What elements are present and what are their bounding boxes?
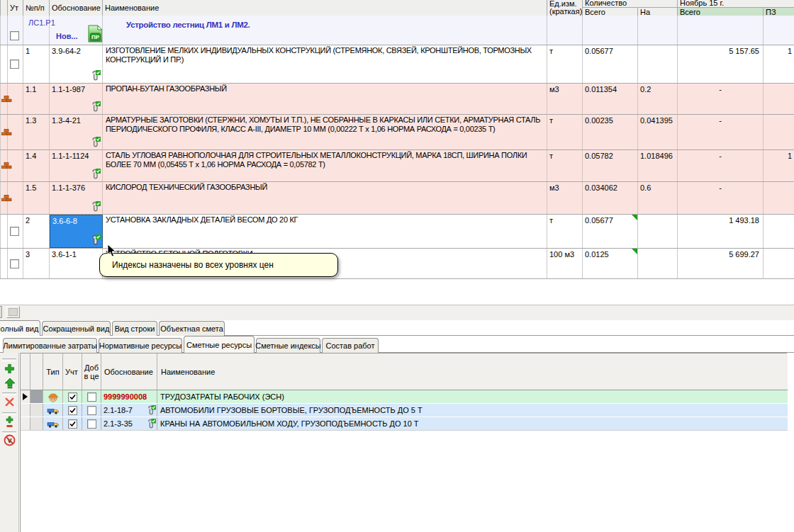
paperclip-check-icon[interactable] <box>90 168 101 180</box>
resource-code: 2.1-3-35 <box>104 419 133 428</box>
no-v-icon[interactable]: V <box>4 434 16 446</box>
material-name[interactable]: КИСЛОРОД ТЕХНИЧЕСКИЙ ГАЗООБРАЗНЫЙ <box>103 182 547 214</box>
table-row-material[interactable]: 1.4 1.1-1-1124 СТАЛЬ УГЛОВАЯ РАВНОПОЛОЧН… <box>0 150 794 182</box>
resource-name[interactable]: ТРУДОЗАТРАТЫ РАБОЧИХ (ЭСН) <box>157 390 788 403</box>
header-add-to-price: Доб в це <box>82 353 101 390</box>
panel-small-button[interactable] <box>6 306 20 318</box>
paperclip-check-icon[interactable] <box>146 418 156 429</box>
delete-icon[interactable] <box>4 396 16 408</box>
resource-code: 9999990008 <box>104 392 147 401</box>
material-name[interactable]: ПРОПАН-БУТАН ГАЗООБРАЗНЫЙ <box>103 84 547 114</box>
justification-cell[interactable]: 1.3-4-21 <box>50 115 103 149</box>
material-name[interactable]: СТАЛЬ УГЛОВАЯ РАВНОПОЛОЧНАЯ ДЛЯ СТРОИТЕЛ… <box>103 150 547 181</box>
bottom-panel-toolbar <box>0 305 794 320</box>
resource-code: 2.1-18-7 <box>104 406 133 414</box>
header-indicator <box>0 0 8 16</box>
justification-cell[interactable]: 1.1-1-376 <box>50 182 103 214</box>
truck-icon <box>47 406 60 415</box>
resources-grid: Тип Учт Доб в це Обоснование Наименовани… <box>20 353 787 532</box>
paperclip-check-icon[interactable] <box>90 234 101 246</box>
table-row-material[interactable]: 1.1 1.1-1-987 ПРОПАН-БУТАН ГАЗООБРАЗНЫЙ … <box>0 84 794 115</box>
header-obosn: Обоснование <box>101 353 157 390</box>
resource-name[interactable]: АВТОМОБИЛИ ГРУЗОВЫЕ БОРТОВЫЕ, ГРУЗОПОДЪЕ… <box>157 404 788 417</box>
justification-cell[interactable]: 3.9-64-2 <box>50 45 103 83</box>
splitter-handle[interactable] <box>0 306 2 318</box>
table-row-material[interactable]: 1.3 1.3-4-21 АРМАТУРНЫЕ ЗАГОТОВКИ (СТЕРЖ… <box>0 115 794 150</box>
index-tooltip: Индексы назначены во всех уровнях цен <box>99 253 338 277</box>
justification-cell[interactable]: 1.1-1-987 <box>50 84 103 114</box>
pr-document-icon: ПР <box>87 24 103 43</box>
tab-normative-resources[interactable]: Нормативные ресурсы <box>99 338 182 353</box>
header-quantity-group: Количество <box>583 0 678 7</box>
table-row-material[interactable]: 1.5 1.1-1-376 КИСЛОРОД ТЕХНИЧЕСКИЙ ГАЗОО… <box>0 182 794 215</box>
bricks-icon <box>1 194 12 202</box>
header-name: Наименование <box>103 0 547 16</box>
add-to-price-checkbox[interactable] <box>87 392 96 402</box>
bricks-icon <box>1 95 12 103</box>
tab-row-view[interactable]: Вид строки <box>112 321 157 336</box>
justification-cell-selected[interactable]: 3.6-6-8 <box>50 215 103 248</box>
tab-object-estimate[interactable]: Объектная смета <box>159 321 225 336</box>
resource-toolbar: V <box>0 353 19 532</box>
tab-estimate-resources[interactable]: Сметные ресурсы <box>184 336 255 353</box>
justification-cell[interactable]: 1.1-1-1124 <box>50 150 103 181</box>
header-qty-total: Всего <box>583 7 638 16</box>
row-indicator <box>21 390 30 403</box>
move-up-icon[interactable] <box>4 377 16 389</box>
current-row-arrow-icon <box>23 393 28 400</box>
tab-full-view[interactable]: Полный вид <box>0 320 40 336</box>
table-row[interactable]: 2 3.6-6-8 УСТАНОВКА ЗАКЛАДНЫХ ДЕТАЛЕЙ ВЕ… <box>0 215 794 249</box>
tab-limited-costs[interactable]: Лимитированные затраты <box>3 338 97 353</box>
truck-icon <box>47 419 60 429</box>
paperclip-check-icon[interactable] <box>90 200 101 213</box>
material-name[interactable]: АРМАТУРНЫЕ ЗАГОТОВКИ (СТЕРЖНИ, ХОМУТЫ И … <box>103 115 547 149</box>
bricks-icon <box>1 128 12 136</box>
paperclip-check-icon[interactable] <box>90 136 101 148</box>
resource-row-labor[interactable]: 9999990008 ТРУДОЗАТРАТЫ РАБОЧИХ (ЭСН) <box>21 390 788 404</box>
resource-row-machine[interactable]: 2.1-3-35 КРАНЫ НА АВТОМОБИЛЬНОМ ХОДУ, ГР… <box>21 417 788 431</box>
estimate-app-window: Ут №п/п Обоснование Наименование Ед.изм.… <box>0 0 794 532</box>
work-name[interactable]: УСТАНОВКА ЗАКЛАДНЫХ ДЕТАЛЕЙ ВЕСОМ ДО 20 … <box>103 215 547 248</box>
tab-short-view[interactable]: Сокращенный вид <box>42 321 111 336</box>
index-corner-mark <box>632 249 637 254</box>
section-obosn: Нов... <box>56 32 78 41</box>
accounted-checkbox[interactable] <box>68 406 77 415</box>
svg-text:ПР: ПР <box>91 34 100 40</box>
tab-work-composition[interactable]: Состав работ <box>322 338 379 353</box>
accounted-checkbox[interactable] <box>68 419 77 429</box>
header-accounted: Учт <box>63 353 82 390</box>
section-name: Устройство лестниц ЛМ1 и ЛМ2. <box>126 21 250 30</box>
approve-checkbox[interactable] <box>10 60 19 69</box>
header-name: Наименование <box>157 353 788 390</box>
add-to-price-checkbox[interactable] <box>87 419 96 429</box>
worker-icon <box>47 392 59 402</box>
header-period-group: Ноябрь 15 г. <box>678 0 794 7</box>
paperclip-check-icon[interactable] <box>90 101 101 113</box>
paperclip-check-icon[interactable] <box>90 69 101 81</box>
header-period-pz: ПЗ <box>764 7 794 16</box>
approve-checkbox[interactable] <box>10 259 19 268</box>
approve-checkbox[interactable] <box>10 227 19 236</box>
section-row[interactable]: ЛС1.Р1 Нов... ПР Устройство лестниц ЛМ1 … <box>0 16 794 45</box>
header-qty-per-unit: На единицу <box>638 7 678 16</box>
index-corner-mark <box>632 215 637 220</box>
paperclip-check-icon[interactable] <box>146 404 156 416</box>
tab-estimate-indexes[interactable]: Сметные индексы <box>256 338 320 353</box>
resource-row-machine[interactable]: 2.1-18-7 АВТОМОБИЛИ ГРУЗОВЫЕ БОРТОВЫЕ, Г… <box>21 404 788 417</box>
justification-cell[interactable]: 3.6-1-1 <box>50 249 103 278</box>
top-grid-header: Ут №п/п Обоснование Наименование Ед.изм.… <box>0 0 794 16</box>
header-ut: Ут <box>8 0 23 16</box>
bricks-icon <box>1 162 12 170</box>
header-type: Тип <box>43 353 63 390</box>
table-row[interactable]: 1 3.9-64-2 ИЗГОТОВЛЕНИЕ МЕЛКИХ ИНДИВИДУА… <box>0 45 794 84</box>
header-period-total: Всего <box>678 7 764 16</box>
row-num[interactable]: 1 <box>23 45 50 83</box>
mouse-cursor <box>107 244 116 258</box>
add-icon[interactable] <box>4 363 16 375</box>
work-name[interactable]: ИЗГОТОВЛЕНИЕ МЕЛКИХ ИНДИВИДУАЛЬНЫХ КОНСТ… <box>103 45 547 83</box>
accounted-checkbox[interactable] <box>68 392 77 402</box>
approve-checkbox[interactable] <box>10 31 19 40</box>
add-remove-icon[interactable] <box>4 416 16 428</box>
resource-name[interactable]: КРАНЫ НА АВТОМОБИЛЬНОМ ХОДУ, ГРУЗОПОДЪЕМ… <box>157 417 788 430</box>
add-to-price-checkbox[interactable] <box>87 406 96 415</box>
